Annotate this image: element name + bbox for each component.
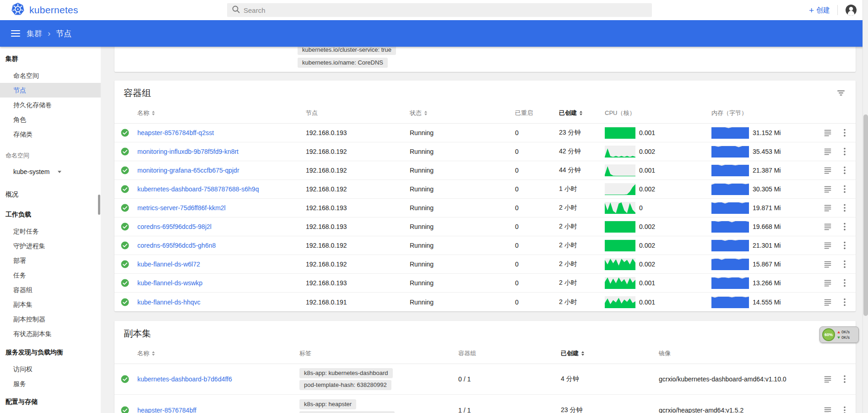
pod-row: monitoring-influxdb-9b78f5fd9-kn8rt 192.… [114, 142, 856, 161]
pod-name-link[interactable]: monitoring-grafana-65ccfb675-qpjdr [135, 167, 304, 174]
dropdown-caret-icon [58, 171, 61, 173]
pod-memory-value: 19.871 Mi [753, 204, 781, 212]
system-monitor-overlay: 60% 0K/s 0K/s [819, 326, 859, 343]
column-header-status[interactable]: 状态 [408, 109, 513, 117]
cpu-sparkline [605, 258, 635, 270]
pod-node: 192.168.0.193 [304, 279, 408, 287]
sidebar-item[interactable]: 副本控制器 [0, 312, 101, 326]
filter-icon[interactable] [836, 88, 846, 98]
logs-icon[interactable] [824, 223, 831, 230]
sidebar-item[interactable]: 容器组 [0, 283, 101, 297]
pod-row: metrics-server-75d6ff86f-kkm2l 192.168.0… [114, 199, 856, 217]
cpu-sparkline [605, 277, 635, 289]
sidebar-scrollbar[interactable] [98, 195, 100, 215]
scrollbar-thumb[interactable] [863, 114, 868, 316]
more-menu-icon[interactable] [843, 204, 846, 212]
sidebar-item[interactable]: 角色 [0, 112, 101, 127]
replicaset-pods-count: 0 / 1 [456, 375, 559, 383]
memory-sparkline [711, 183, 749, 195]
more-menu-icon[interactable] [843, 129, 846, 137]
logs-icon[interactable] [824, 148, 831, 155]
vertical-scrollbar[interactable] [863, 0, 868, 413]
pod-name-link[interactable]: kubernetes-dashboard-7588787688-s6h9q [135, 185, 304, 193]
more-menu-icon[interactable] [843, 279, 846, 287]
brand[interactable]: kubernetes [11, 0, 78, 20]
more-menu-icon[interactable] [843, 147, 846, 156]
download-rate: 0K/s [841, 335, 850, 340]
pod-name-link[interactable]: kube-flannel-ds-w6l72 [135, 261, 304, 268]
pod-cpu-value: 0.001 [639, 129, 655, 136]
more-menu-icon[interactable] [843, 185, 846, 193]
more-menu-icon[interactable] [843, 223, 846, 231]
logs-icon[interactable] [824, 204, 831, 212]
sidebar-item[interactable]: 访问权 [0, 362, 101, 376]
pod-memory-value: 30.305 Mi [753, 185, 781, 193]
column-header-created[interactable]: 已创建 [559, 349, 657, 358]
sidebar-item-overview[interactable]: 概况 [0, 188, 101, 201]
more-menu-icon[interactable] [843, 406, 846, 413]
column-header-name[interactable]: 名称 [135, 109, 304, 117]
pod-name-link[interactable]: monitoring-influxdb-9b78f5fd9-kn8rt [135, 148, 304, 155]
pod-node: 192.168.0.192 [304, 242, 408, 249]
pods-card: 容器组 名称 节点 [114, 81, 856, 311]
logs-icon[interactable] [824, 242, 831, 249]
logs-icon[interactable] [824, 167, 831, 174]
replicaset-row: kubernetes-dashboard-b7d6d4ff6 k8s-app: … [114, 364, 856, 395]
menu-icon[interactable] [11, 30, 20, 37]
pod-name-link[interactable]: coredns-695f96dcd5-gh6n8 [135, 242, 304, 249]
upload-rate: 0K/s [841, 330, 850, 335]
pod-restarts: 0 [513, 185, 557, 193]
sidebar-item[interactable]: 命名空间 [0, 68, 101, 83]
namespace-select[interactable]: kube-system [0, 165, 101, 178]
breadcrumb-cluster[interactable]: 集群 [27, 28, 42, 39]
sidebar-item[interactable]: 守护进程集 [0, 239, 101, 253]
pod-restarts: 0 [513, 167, 557, 174]
sidebar-item[interactable]: 节点 [0, 83, 101, 98]
logs-icon[interactable] [824, 407, 831, 413]
search-bar[interactable] [227, 3, 652, 17]
create-button[interactable]: + 创建 [809, 6, 830, 15]
pod-cpu-value: 0 [639, 204, 643, 212]
label-chip: pod-template-hash: 638280992 [299, 380, 391, 390]
column-header-created[interactable]: 已创建 [557, 109, 602, 117]
logs-icon[interactable] [824, 185, 831, 193]
sidebar-item[interactable]: 服务 [0, 376, 101, 391]
pod-status: Running [408, 185, 513, 193]
more-menu-icon[interactable] [843, 375, 846, 383]
sidebar-item[interactable]: 定时任务 [0, 224, 101, 239]
search-input[interactable] [244, 6, 647, 14]
more-menu-icon[interactable] [843, 241, 846, 250]
replicaset-name-link[interactable]: heapster-8576784bff [135, 407, 298, 413]
pod-name-link[interactable]: metrics-server-75d6ff86f-kkm2l [135, 204, 304, 212]
logs-icon[interactable] [824, 299, 831, 306]
replicaset-labels: k8s-app: kubernetes-dashboardpod-templat… [298, 364, 456, 394]
sidebar: 集群 命名空间 节点 持久化存储卷 角色 存储类 命名空间 kube-syste… [0, 47, 101, 413]
more-menu-icon[interactable] [843, 260, 846, 268]
logs-icon[interactable] [824, 279, 831, 287]
column-header-memory: 内存（字节） [710, 109, 819, 117]
user-account-icon[interactable] [845, 4, 857, 16]
pod-name-link[interactable]: coredns-695f96dcd5-98j2l [135, 223, 304, 230]
sidebar-item[interactable]: 任务 [0, 268, 101, 283]
cpu-sparkline [605, 221, 635, 233]
cpu-gauge: 60% [822, 328, 835, 341]
sidebar-item[interactable]: 部署 [0, 253, 101, 268]
sidebar-item[interactable]: 有状态副本集 [0, 326, 101, 341]
pod-memory-value: 14.555 Mi [753, 299, 781, 306]
replicaset-name-link[interactable]: kubernetes-dashboard-b7d6d4ff6 [135, 375, 298, 383]
sidebar-item[interactable]: 存储类 [0, 127, 101, 141]
pod-created: 2 小时 [557, 298, 602, 306]
logs-icon[interactable] [824, 129, 831, 136]
column-header-name[interactable]: 名称 [135, 349, 298, 358]
more-menu-icon[interactable] [843, 166, 846, 174]
logs-icon[interactable] [824, 375, 831, 383]
replicasets-card: 副本集 名称 标签 容器组 已创建 镜像 [114, 321, 856, 413]
sidebar-item[interactable]: 副本集 [0, 297, 101, 312]
pod-name-link[interactable]: kube-flannel-ds-wswkp [135, 279, 304, 287]
sidebar-item[interactable]: 持久化存储卷 [0, 98, 101, 112]
upload-arrow-icon [837, 331, 840, 333]
logs-icon[interactable] [824, 261, 831, 268]
pod-name-link[interactable]: heapster-8576784bff-q2sst [135, 129, 304, 136]
pod-name-link[interactable]: kube-flannel-ds-hhqvc [135, 299, 304, 306]
more-menu-icon[interactable] [843, 298, 846, 306]
